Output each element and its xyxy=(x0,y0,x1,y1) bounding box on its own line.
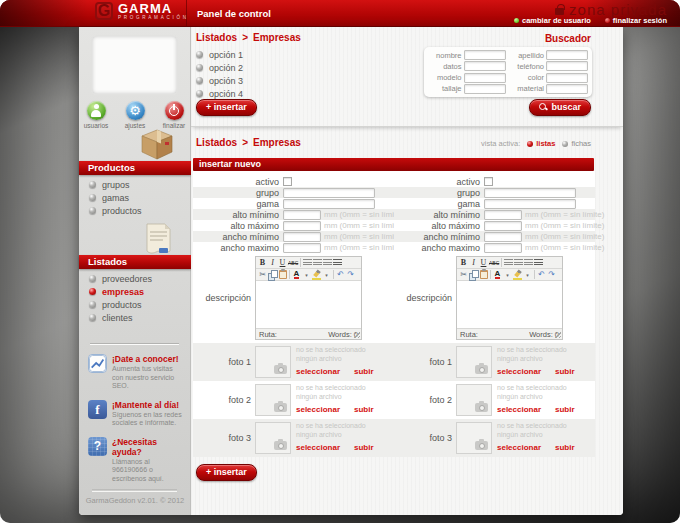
search-input-modelo[interactable] xyxy=(464,73,506,83)
sidebar-item-proveedores[interactable]: proveedores xyxy=(79,272,191,285)
promo-social[interactable]: f ¡Mantente al día! Síguenos en las rede… xyxy=(79,395,191,432)
search-input-nombre[interactable] xyxy=(464,50,506,60)
align-center-icon[interactable] xyxy=(514,258,523,268)
subir-link[interactable]: subir xyxy=(555,443,575,452)
foto-3-thumbnail[interactable] xyxy=(456,422,492,454)
search-input-apellido[interactable] xyxy=(546,50,588,60)
view-option-fichas[interactable]: fichas xyxy=(562,139,591,148)
undo-icon[interactable]: ↶ xyxy=(336,270,345,280)
seleccionar-link[interactable]: seleccionar xyxy=(296,367,340,376)
breadcrumb-section[interactable]: Listados xyxy=(196,32,237,43)
foto-1-thumbnail[interactable] xyxy=(456,346,492,378)
grupo-input[interactable] xyxy=(484,188,576,198)
italic-icon[interactable]: I xyxy=(469,258,478,268)
logout-link[interactable]: finalizar sesión xyxy=(605,16,667,25)
chevron-down-icon[interactable]: ▾ xyxy=(523,270,532,280)
foto-2-thumbnail[interactable] xyxy=(255,384,291,416)
sidebar-button-usuarios[interactable]: usuarios xyxy=(82,101,110,129)
seleccionar-link[interactable]: seleccionar xyxy=(296,405,340,414)
ancho-maximo-input[interactable] xyxy=(283,243,321,253)
list-item-opcion-3[interactable]: opción 3 xyxy=(196,74,243,87)
change-user-link[interactable]: cambiar de usuario xyxy=(514,16,591,25)
alto-maximo-input[interactable] xyxy=(283,221,321,231)
redo-icon[interactable]: ↷ xyxy=(346,270,355,280)
ancho-minimo-input[interactable] xyxy=(484,232,522,242)
seleccionar-link[interactable]: seleccionar xyxy=(497,443,541,452)
align-left-icon[interactable] xyxy=(504,258,513,268)
search-input-tallaje[interactable] xyxy=(464,84,506,94)
cut-icon[interactable]: ✂ xyxy=(258,270,267,280)
subir-link[interactable]: subir xyxy=(354,367,374,376)
sidebar-button-ajustes[interactable]: ⚙ ajustes xyxy=(121,101,149,129)
sidebar-item-gamas[interactable]: gamas xyxy=(79,191,191,204)
editor-textarea[interactable] xyxy=(256,281,361,328)
ancho-maximo-input[interactable] xyxy=(484,243,522,253)
alto-minimo-input[interactable] xyxy=(283,210,321,220)
align-right-icon[interactable] xyxy=(524,258,533,268)
subir-link[interactable]: subir xyxy=(555,367,575,376)
align-justify-icon[interactable] xyxy=(534,258,543,268)
copy-icon[interactable] xyxy=(268,270,277,280)
activo-checkbox[interactable] xyxy=(484,177,493,186)
search-input-datos[interactable] xyxy=(464,61,506,71)
editor-textarea[interactable] xyxy=(457,281,562,328)
activo-checkbox[interactable] xyxy=(283,177,292,186)
ancho-minimo-input[interactable] xyxy=(283,232,321,242)
foto-2-thumbnail[interactable] xyxy=(456,384,492,416)
align-justify-icon[interactable] xyxy=(333,258,342,268)
sidebar-item-productos[interactable]: productos xyxy=(79,204,191,217)
foto-1-thumbnail[interactable] xyxy=(255,346,291,378)
list-item-opcion-2[interactable]: opción 2 xyxy=(196,61,243,74)
bold-icon[interactable]: B xyxy=(459,258,468,268)
seleccionar-link[interactable]: seleccionar xyxy=(497,367,541,376)
search-input-color[interactable] xyxy=(546,73,588,83)
copy-icon[interactable] xyxy=(469,270,478,280)
promo-help[interactable]: ? ¿Necesitas ayuda? Llámanos al 96619066… xyxy=(79,432,191,488)
underline-icon[interactable]: U xyxy=(479,258,488,268)
insert-button-bottom[interactable]: + insertar xyxy=(196,464,257,481)
chevron-down-icon[interactable]: ▾ xyxy=(302,270,311,280)
paste-icon[interactable] xyxy=(278,270,287,280)
align-center-icon[interactable] xyxy=(313,258,322,268)
sidebar-item-empresas[interactable]: empresas xyxy=(79,285,191,298)
strikethrough-icon[interactable]: ABC xyxy=(288,258,298,268)
gama-input[interactable] xyxy=(484,199,576,209)
list-item-opcion-1[interactable]: opción 1 xyxy=(196,48,243,61)
resize-grip[interactable] xyxy=(555,332,561,338)
strikethrough-icon[interactable]: ABC xyxy=(489,258,499,268)
seleccionar-link[interactable]: seleccionar xyxy=(497,405,541,414)
bold-icon[interactable]: B xyxy=(258,258,267,268)
search-input-telefono[interactable] xyxy=(546,61,588,71)
paste-icon[interactable] xyxy=(479,270,488,280)
subir-link[interactable]: subir xyxy=(555,405,575,414)
underline-icon[interactable]: U xyxy=(278,258,287,268)
highlight-icon[interactable] xyxy=(312,270,321,280)
redo-icon[interactable]: ↷ xyxy=(547,270,556,280)
alto-minimo-input[interactable] xyxy=(484,210,522,220)
undo-icon[interactable]: ↶ xyxy=(537,270,546,280)
promo-seo[interactable]: ¡Date a conocer! Aumenta tus visitas con… xyxy=(79,349,191,395)
alto-maximo-input[interactable] xyxy=(484,221,522,231)
chevron-down-icon[interactable]: ▾ xyxy=(322,270,331,280)
text-color-icon[interactable]: A xyxy=(292,270,301,280)
breadcrumb-section[interactable]: Listados xyxy=(196,137,237,148)
seleccionar-link[interactable]: seleccionar xyxy=(296,443,340,452)
search-button[interactable]: buscar xyxy=(529,99,591,116)
garma-logo[interactable]: G GARMA PROGRAMACIÓN xyxy=(95,2,189,21)
resize-grip[interactable] xyxy=(354,332,360,338)
search-input-material[interactable] xyxy=(546,84,588,94)
gama-input[interactable] xyxy=(283,199,375,209)
sidebar-item-clientes[interactable]: clientes xyxy=(79,311,191,324)
subir-link[interactable]: subir xyxy=(354,443,374,452)
align-left-icon[interactable] xyxy=(303,258,312,268)
sidebar-button-finalizar[interactable]: finalizar xyxy=(160,101,188,129)
text-color-icon[interactable]: A xyxy=(493,270,502,280)
italic-icon[interactable]: I xyxy=(268,258,277,268)
grupo-input[interactable] xyxy=(283,188,375,198)
chevron-down-icon[interactable]: ▾ xyxy=(503,270,512,280)
sidebar-item-productos-listado[interactable]: productos xyxy=(79,298,191,311)
highlight-icon[interactable] xyxy=(513,270,522,280)
insert-button-top[interactable]: + insertar xyxy=(196,99,257,116)
foto-3-thumbnail[interactable] xyxy=(255,422,291,454)
sidebar-item-grupos[interactable]: grupos xyxy=(79,178,191,191)
